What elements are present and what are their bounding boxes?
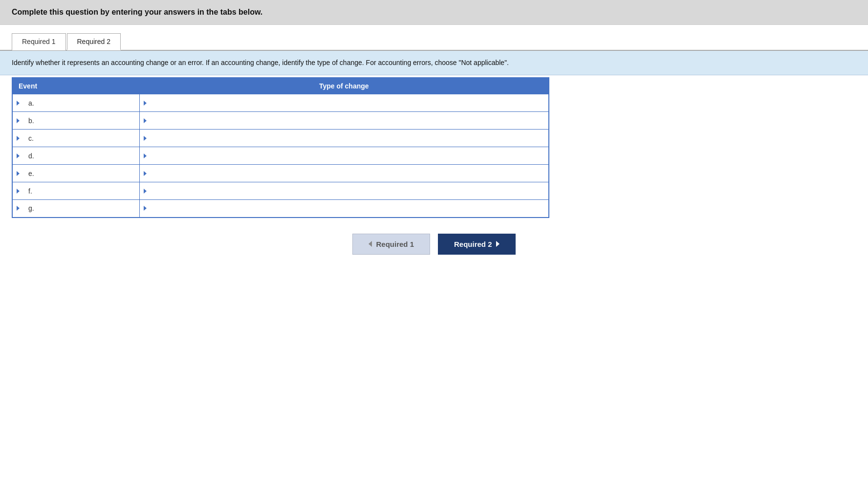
- next-button-label: Required 2: [454, 240, 492, 248]
- type-cell-d[interactable]: [139, 147, 549, 165]
- dropdown-icon-type-g: [144, 206, 147, 211]
- dropdown-icon-type-e: [144, 171, 147, 176]
- dropdown-icon-type-d: [144, 153, 147, 158]
- instructions-text: Identify whether it represents an accoun…: [12, 59, 509, 66]
- content-area: Required 1 Required 2 Identify whether i…: [0, 25, 868, 480]
- table-row: f.: [12, 182, 549, 200]
- dropdown-icon-type-a: [144, 101, 147, 106]
- type-cell-g[interactable]: [139, 200, 549, 218]
- dropdown-icon-type-f: [144, 189, 147, 194]
- event-cell-a: a.: [12, 94, 139, 112]
- page-wrapper: Complete this question by entering your …: [0, 0, 868, 480]
- nav-buttons: Required 1 Required 2: [0, 234, 868, 274]
- table-row: b.: [12, 112, 549, 130]
- type-cell-c[interactable]: [139, 130, 549, 147]
- table-row: g.: [12, 200, 549, 218]
- tabs-row: Required 1 Required 2: [0, 25, 868, 51]
- prev-button[interactable]: Required 1: [352, 234, 430, 255]
- event-cell-g: g.: [12, 200, 139, 218]
- table-row: a.: [12, 94, 549, 112]
- instructions-box: Identify whether it represents an accoun…: [0, 51, 868, 75]
- tab-required1[interactable]: Required 1: [12, 33, 66, 50]
- type-cell-b[interactable]: [139, 112, 549, 130]
- type-cell-f[interactable]: [139, 182, 549, 200]
- data-table: Event Type of change a.: [12, 77, 549, 218]
- dropdown-icon-b: [17, 118, 20, 123]
- event-cell-c: c.: [12, 130, 139, 147]
- dropdown-icon-g: [17, 206, 20, 211]
- table-section: Event Type of change a.: [0, 77, 868, 218]
- table-row: d.: [12, 147, 549, 165]
- col-event: Event: [12, 78, 139, 94]
- dropdown-icon-type-b: [144, 118, 147, 123]
- event-cell-b: b.: [12, 112, 139, 130]
- prev-button-label: Required 1: [376, 240, 414, 248]
- table-body: a. b.: [12, 94, 549, 218]
- table-header-row: Event Type of change: [12, 78, 549, 94]
- col-type: Type of change: [139, 78, 549, 94]
- dropdown-icon-f: [17, 189, 20, 194]
- table-row: e.: [12, 165, 549, 182]
- event-cell-e: e.: [12, 165, 139, 182]
- dropdown-icon-a: [17, 101, 20, 106]
- chevron-left-icon: [369, 241, 372, 247]
- chevron-right-icon: [496, 241, 499, 247]
- dropdown-icon-type-c: [144, 136, 147, 141]
- dropdown-icon-e: [17, 171, 20, 176]
- dropdown-icon-c: [17, 136, 20, 141]
- type-cell-a[interactable]: [139, 94, 549, 112]
- dropdown-icon-d: [17, 153, 20, 158]
- table-row: c.: [12, 130, 549, 147]
- tab-required2[interactable]: Required 2: [67, 33, 121, 50]
- event-cell-f: f.: [12, 182, 139, 200]
- header-bar: Complete this question by entering your …: [0, 0, 868, 25]
- header-text: Complete this question by entering your …: [12, 8, 262, 16]
- type-cell-e[interactable]: [139, 165, 549, 182]
- next-button[interactable]: Required 2: [438, 234, 516, 255]
- event-cell-d: d.: [12, 147, 139, 165]
